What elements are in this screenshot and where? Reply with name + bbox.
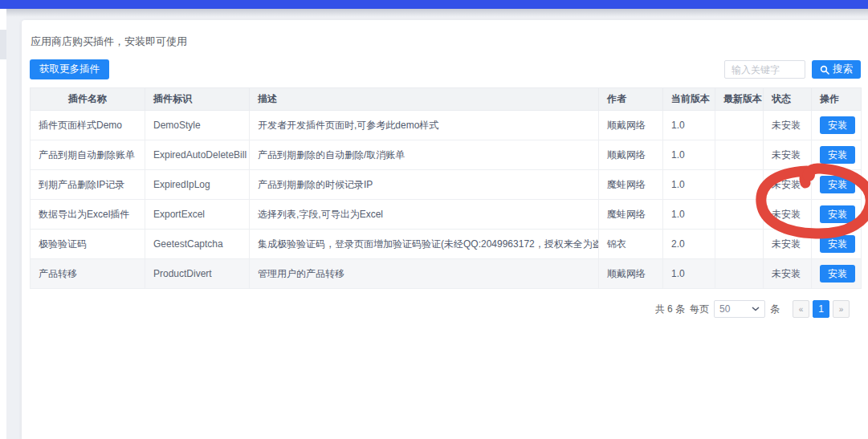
- header-description: 描述: [250, 88, 599, 111]
- plugin-code-cell: GeetestCaptcha: [145, 230, 250, 259]
- per-page-select[interactable]: 50: [714, 300, 765, 318]
- table-row: 极验验证码 GeetestCaptcha 集成极验验证码，登录页面增加验证码验证…: [31, 230, 862, 259]
- intro-text: 应用商店购买插件，安装即可使用: [31, 35, 861, 49]
- current-version-cell: 1.0: [663, 140, 715, 170]
- current-version-cell: 1.0: [663, 200, 715, 230]
- table-row: 数据导出为Excel插件 ExportExcel 选择列表,字段,可导出为Exc…: [31, 200, 862, 230]
- prev-page-button[interactable]: «: [793, 300, 809, 318]
- header-latest-version: 最新版本: [715, 88, 764, 111]
- collapsed-sidebar-strip: [0, 9, 6, 439]
- current-version-cell: 1.0: [663, 111, 715, 140]
- header-action: 操作: [812, 88, 862, 111]
- status-cell: 未安装: [764, 230, 812, 259]
- status-cell: 未安装: [764, 259, 812, 289]
- latest-version-cell: [715, 111, 764, 140]
- chevron-down-icon: [752, 307, 760, 311]
- latest-version-cell: [715, 140, 764, 170]
- table-row: 到期产品删除IP记录 ExpiredIpLog 产品到期删除的时候记录IP 魔蛙…: [31, 170, 862, 200]
- description-cell: 产品到期删除的自动删除/取消账单: [250, 140, 599, 170]
- table-header-row: 插件名称 插件标识 描述 作者 当前版本 最新版本 状态 操作: [31, 88, 862, 111]
- action-cell: 安装: [812, 111, 862, 140]
- per-page-unit: 条: [770, 303, 780, 316]
- status-cell: 未安装: [764, 140, 812, 170]
- header-current-version: 当前版本: [663, 88, 715, 111]
- current-version-cell: 2.0: [663, 230, 715, 259]
- top-nav-bar: [0, 0, 868, 9]
- latest-version-cell: [715, 200, 764, 230]
- current-version-cell: 1.0: [663, 259, 715, 289]
- author-cell: 顺戴网络: [599, 259, 663, 289]
- latest-version-cell: [715, 170, 764, 200]
- sidebar-collapsed-item: [0, 30, 6, 59]
- install-button[interactable]: 安装: [820, 205, 855, 223]
- search-icon: [820, 65, 829, 75]
- search-button-label: 搜索: [833, 63, 853, 76]
- header-plugin-code: 插件标识: [145, 88, 250, 111]
- description-cell: 集成极验验证码，登录页面增加验证码验证(未经QQ:2049963172，授权来全…: [250, 230, 599, 259]
- next-page-button[interactable]: »: [833, 300, 850, 318]
- plugin-code-cell: DemoStyle: [145, 111, 250, 140]
- table-row: 产品转移 ProductDivert 管理用户的产品转移 顺戴网络 1.0 未安…: [31, 259, 862, 289]
- install-button-circled[interactable]: 安装: [820, 235, 855, 253]
- plugin-table: 插件名称 插件标识 描述 作者 当前版本 最新版本 状态 操作 插件页面样式De…: [30, 87, 862, 289]
- search-button[interactable]: 搜索: [812, 60, 861, 79]
- plugin-code-cell: ExpiredIpLog: [145, 170, 250, 200]
- search-area: 搜索: [724, 60, 861, 79]
- plugin-code-cell: ExportExcel: [145, 200, 250, 230]
- action-cell: 安装: [812, 140, 862, 170]
- page-1-button[interactable]: 1: [813, 300, 829, 318]
- install-button[interactable]: 安装: [820, 176, 855, 193]
- action-cell: 安装: [812, 200, 862, 230]
- action-cell: 安装: [812, 170, 862, 200]
- per-page-label: 每页: [690, 303, 709, 316]
- action-cell: 安装: [812, 230, 862, 259]
- plugin-name-cell: 产品到期自动删除账单: [31, 140, 145, 170]
- plugin-name-cell: 产品转移: [31, 259, 145, 289]
- description-cell: 开发者开发插件页面时,可参考此demo样式: [250, 111, 599, 140]
- table-row: 产品到期自动删除账单 ExpiredAutoDeleteBill 产品到期删除的…: [31, 140, 862, 170]
- author-cell: 顺戴网络: [599, 140, 663, 170]
- total-count: 共 6 条: [655, 303, 685, 316]
- plugin-code-cell: ProductDivert: [145, 259, 250, 289]
- plugin-name-cell: 插件页面样式Demo: [31, 111, 145, 140]
- pagination: 共 6 条 每页 50 条 « 1 »: [30, 300, 861, 318]
- install-button[interactable]: 安装: [820, 116, 855, 134]
- header-plugin-name: 插件名称: [31, 88, 145, 111]
- plugin-name-cell: 数据导出为Excel插件: [31, 200, 145, 230]
- table-row: 插件页面样式Demo DemoStyle 开发者开发插件页面时,可参考此demo…: [31, 111, 862, 140]
- latest-version-cell: [715, 230, 764, 259]
- plugin-name-cell: 极验验证码: [31, 230, 145, 259]
- latest-version-cell: [715, 259, 764, 289]
- install-button[interactable]: 安装: [820, 146, 855, 164]
- toolbar: 获取更多插件 搜索: [30, 59, 861, 79]
- header-author: 作者: [599, 88, 663, 111]
- description-cell: 选择列表,字段,可导出为Excel: [250, 200, 599, 230]
- action-cell: 安装: [812, 259, 862, 289]
- description-cell: 管理用户的产品转移: [250, 259, 599, 289]
- plugin-list-card: 应用商店购买插件，安装即可使用 获取更多插件 搜索 插件名称 插件标识 描述 作…: [22, 20, 868, 439]
- search-input[interactable]: [724, 60, 805, 79]
- plugin-name-cell: 到期产品删除IP记录: [31, 170, 145, 200]
- status-cell: 未安装: [764, 200, 812, 230]
- status-cell: 未安装: [764, 170, 812, 200]
- get-more-plugins-button[interactable]: 获取更多插件: [30, 59, 109, 79]
- pager: « 1 »: [793, 300, 850, 318]
- per-page-value: 50: [719, 303, 730, 315]
- description-cell: 产品到期删除的时候记录IP: [250, 170, 599, 200]
- header-status: 状态: [764, 88, 812, 111]
- author-cell: 锦衣: [599, 230, 663, 259]
- status-cell: 未安装: [764, 111, 812, 140]
- author-cell: 魔蛙网络: [599, 170, 663, 200]
- install-button[interactable]: 安装: [820, 265, 855, 283]
- author-cell: 顺戴网络: [599, 111, 663, 140]
- current-version-cell: 1.0: [663, 170, 715, 200]
- author-cell: 魔蛙网络: [599, 200, 663, 230]
- plugin-code-cell: ExpiredAutoDeleteBill: [145, 140, 250, 170]
